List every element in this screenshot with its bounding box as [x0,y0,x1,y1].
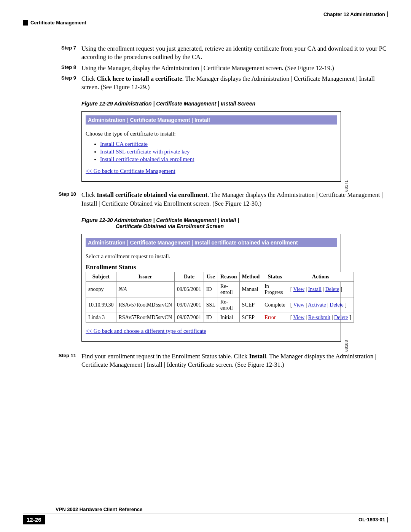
table-row: 10.10.99.30 RSAv57RootMD5srvCN 09/07/200… [86,297,354,313]
screen-prompt: Choose the type of certificate to instal… [86,131,337,137]
figure-reference: Figure 12-29 [113,83,146,91]
install-type-list: Install CA certificate Install SSL certi… [100,141,337,163]
install-ssl-cert-link[interactable]: Install SSL certificiate with private ke… [100,149,190,155]
step-11: Step 11 Find your enrollment request in … [53,352,388,369]
step-9: Step 9 Click Click here to install a cer… [53,75,388,92]
cell-date: 09/07/2001 [175,313,204,322]
action-activate-link[interactable]: Activate [308,302,326,308]
col-method: Method [239,272,262,281]
header: Chapter 12 Administration Certificate Ma… [23,11,388,26]
step-text: Find your enrollment request in the Enro… [81,352,388,369]
go-back-link[interactable]: << Go back to Certificate Management [86,168,175,174]
action-install-link[interactable]: Install [308,286,322,292]
page-number-badge: 12-26 [23,515,45,524]
col-status: Status [262,272,288,281]
section-marker-icon [23,20,28,26]
figure-side-id: 68188 [344,340,349,351]
enrollment-status-heading: Enrollment Status [86,264,337,271]
action-delete-link[interactable]: Delete [330,302,344,308]
cell-status: Complete [262,297,288,313]
figure-12-29: Administration | Certificate Management … [81,111,348,182]
step-label: Step 9 [53,75,76,92]
step-8: Step 8 Using the Manager, display the Ad… [53,64,388,72]
footer-doc-title: VPN 3002 Hardware Client Reference [23,506,388,513]
screen-title-bar: Administration | Certificate Management … [86,238,337,247]
step-text: Using the Manager, display the Administr… [81,64,334,72]
cell-use: ID [204,313,218,322]
col-use: Use [204,272,218,281]
instruction-bold: Click here to install a certificate [97,75,182,82]
screen-prompt: Select a enrollment request to install. [86,253,337,260]
step-7: Step 7 Using the enrollment request you … [53,45,388,62]
cell-reason: Initial [218,313,239,322]
col-issuer: Issuer [116,272,175,281]
screen-title-bar: Administration | Certificate Management … [86,115,337,125]
action-view-link[interactable]: View [293,315,304,320]
step-text: Using the enrollment request you just ge… [81,45,388,62]
go-back-link[interactable]: << Go back and choose a different type o… [86,328,206,334]
step-text: Click Install certificate obtained via e… [81,191,388,208]
cell-reason: Re-enroll [218,281,239,297]
cell-method: Manual [239,281,262,297]
col-date: Date [175,272,204,281]
col-reason: Reason [218,272,239,281]
figure-12-30: Administration | Certificate Management … [81,234,348,342]
action-view-link[interactable]: View [293,302,304,308]
cell-subject: snoopy [86,281,116,297]
table-row: Linda 3 RSAv57RootMD5srvCN 09/07/2001 ID… [86,313,354,322]
figure-caption: Figure 12-30 Administration | Certificat… [81,217,388,229]
cell-subject: 10.10.99.30 [86,297,116,313]
cell-actions: [ View | Install | Delete ] [288,281,354,297]
cell-status: In Progress [262,281,288,297]
cell-issuer: N/A [116,281,175,297]
col-actions: Actions [288,272,354,281]
cell-method: SCEP [239,313,262,322]
action-delete-link[interactable]: Delete [334,315,348,320]
action-resubmit-link[interactable]: Re-submit [308,315,330,320]
cell-subject: Linda 3 [86,313,116,322]
figure-caption: Figure 12-29 Administration | Certificat… [81,101,388,107]
instruction-bold: Install certificate obtained via enrollm… [97,191,207,198]
col-subject: Subject [86,272,116,281]
step-label: Step 10 [53,191,76,208]
cell-status: Error [262,313,288,322]
header-section: Certificate Management [30,20,86,26]
cell-date: 09/07/2001 [175,297,204,313]
cell-actions: [ View | Activate | Delete ] [288,297,354,313]
cell-method: SCEP [239,297,262,313]
footer: VPN 3002 Hardware Client Reference 12-26… [23,506,388,524]
figure-reference: Figure 12-19 [298,64,331,72]
step-label: Step 8 [53,64,76,72]
cell-issuer: RSAv57RootMD5srvCN [116,297,175,313]
action-view-link[interactable]: View [293,286,304,292]
header-chapter: Chapter 12 Administration [323,11,388,17]
instruction-bold: Install [249,353,266,360]
figure-reference: Figure 12-31 [248,361,280,368]
doc-id: OL-1893-01 [358,517,388,522]
step-label: Step 7 [53,45,76,62]
cell-date: 09/05/2001 [175,281,204,297]
figure-side-id: 68171 [344,180,349,192]
cell-use: SSL [204,297,218,313]
table-row: snoopy N/A 09/05/2001 ID Re-enroll Manua… [86,281,354,297]
table-header-row: Subject Issuer Date Use Reason Method St… [86,272,354,281]
step-10: Step 10 Click Install certificate obtain… [53,191,388,208]
enrollment-status-table: Subject Issuer Date Use Reason Method St… [86,272,354,323]
step-text: Click Click here to install a certificat… [81,75,388,92]
figure-reference: Figure 12-30 [225,200,258,207]
cell-issuer: RSAv57RootMD5srvCN [116,313,175,322]
install-enrollment-cert-link[interactable]: Install certificate obtained via enrollm… [100,156,194,162]
step-label: Step 11 [53,352,76,369]
cell-use: ID [204,281,218,297]
cell-actions: [ View | Re-submit | Delete ] [288,313,354,322]
install-ca-cert-link[interactable]: Install CA certificate [100,141,148,147]
cell-reason: Re-enroll [218,297,239,313]
action-delete-link[interactable]: Delete [325,286,339,292]
